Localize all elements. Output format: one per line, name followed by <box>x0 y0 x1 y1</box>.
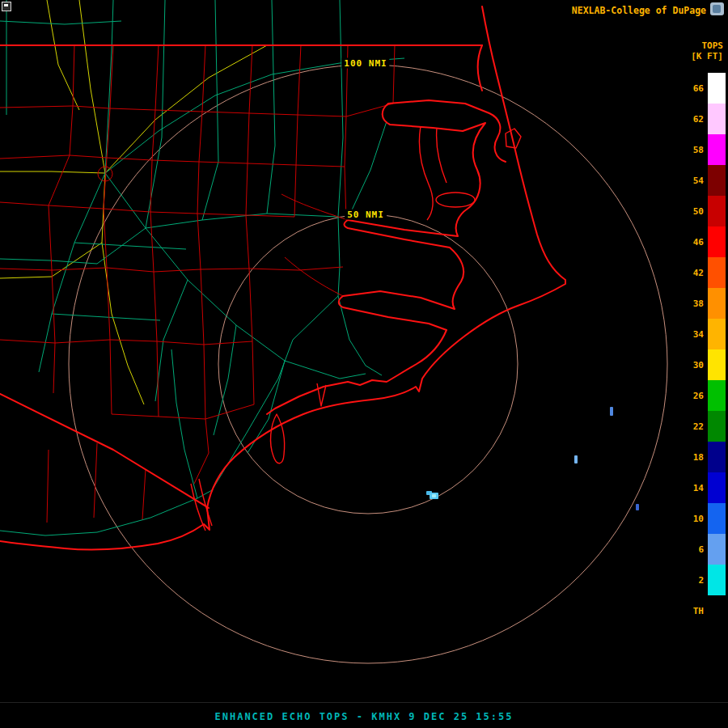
scale-row: 14 <box>679 472 726 503</box>
color-scale: 66625854504642383430262218141062TH <box>679 73 726 626</box>
lake-mattamuskeet <box>436 193 475 207</box>
scale-swatch <box>708 257 726 288</box>
scale-row: 38 <box>679 288 726 319</box>
alligator-river <box>419 126 447 220</box>
scale-swatch <box>708 104 726 134</box>
scale-label: 58 <box>679 145 704 155</box>
scale-row: 58 <box>679 134 726 165</box>
scale-swatch <box>708 165 726 196</box>
radar-display: 100 NMI 50 NMI NEXLAB-College of DuPage … <box>0 0 728 728</box>
scale-label: 34 <box>679 329 704 340</box>
scale-row: 6 <box>679 534 726 565</box>
radar-map <box>0 0 728 728</box>
scale-row: 34 <box>679 319 726 349</box>
scale-row: 42 <box>679 257 726 288</box>
scale-title-product: TOPS <box>691 40 723 51</box>
scale-label: 46 <box>679 237 704 248</box>
scale-swatch <box>708 411 726 442</box>
new-river <box>271 414 285 463</box>
coastline-state-borders <box>0 6 565 550</box>
scale-label: 2 <box>679 575 704 586</box>
product-caption: ENHANCED ECHO TOPS - KMHX 9 DEC 25 15:55 <box>0 711 728 722</box>
scale-swatch <box>708 595 726 626</box>
scale-swatch <box>708 349 726 380</box>
highways-yellow <box>0 0 267 404</box>
scale-swatch <box>708 319 726 349</box>
scale-title: TOPS [K FT] <box>691 40 723 61</box>
county-borders <box>0 44 395 523</box>
scale-label: 22 <box>679 421 704 432</box>
scale-label: 6 <box>679 544 704 555</box>
scale-swatch <box>708 442 726 472</box>
scale-label: 26 <box>679 391 704 401</box>
scale-label: 14 <box>679 483 704 493</box>
scale-row: 18 <box>679 442 726 472</box>
scale-row: 10 <box>679 503 726 534</box>
brand-text: NEXLAB-College of DuPage <box>572 5 706 16</box>
scale-swatch <box>708 380 726 411</box>
scale-swatch <box>708 134 726 165</box>
scale-label: TH <box>679 606 704 616</box>
scale-row: TH <box>679 595 726 626</box>
scale-label: 30 <box>679 360 704 370</box>
scale-label: 42 <box>679 268 704 278</box>
scale-label: 38 <box>679 298 704 309</box>
scale-label: 66 <box>679 83 704 94</box>
scale-row: 22 <box>679 411 726 442</box>
cod-logo-icon <box>710 2 724 15</box>
scale-row: 66 <box>679 73 726 104</box>
scale-label: 54 <box>679 176 704 186</box>
range-ring-50nmi <box>218 214 518 514</box>
scale-row: 30 <box>679 349 726 380</box>
radar-echo <box>574 455 578 463</box>
radar-echo <box>636 504 639 510</box>
scale-swatch <box>708 565 726 595</box>
window-corner-icon <box>2 2 11 11</box>
scale-swatch <box>708 288 726 319</box>
scale-title-units: [K FT] <box>691 51 723 61</box>
scale-row: 2 <box>679 565 726 595</box>
scale-label: 62 <box>679 114 704 125</box>
scale-swatch <box>708 226 726 257</box>
scale-swatch <box>708 73 726 104</box>
scale-swatch <box>708 472 726 503</box>
ring-label-100nmi: 100 NMI <box>341 58 389 69</box>
scale-row: 26 <box>679 380 726 411</box>
radar-echo <box>432 494 436 497</box>
radar-echo <box>610 407 613 416</box>
footer-divider <box>0 702 728 703</box>
scale-label: 10 <box>679 514 704 524</box>
scale-swatch <box>708 196 726 226</box>
roads-green <box>0 0 404 535</box>
scale-swatch <box>708 503 726 534</box>
ring-label-50nmi: 50 NMI <box>345 210 387 220</box>
scale-row: 50 <box>679 196 726 226</box>
scale-row: 54 <box>679 165 726 196</box>
scale-row: 62 <box>679 104 726 134</box>
scale-label: 50 <box>679 206 704 217</box>
scale-swatch <box>708 534 726 565</box>
scale-label: 18 <box>679 452 704 463</box>
scale-row: 46 <box>679 226 726 257</box>
